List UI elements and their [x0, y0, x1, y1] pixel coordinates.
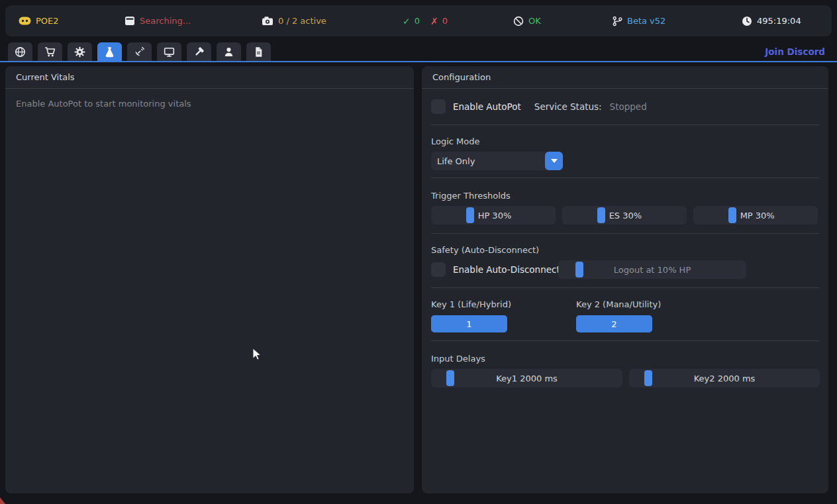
- logout-hp-slider[interactable]: Logout at 10% HP: [558, 260, 746, 279]
- gear-icon: [74, 46, 85, 58]
- hp-threshold-slider[interactable]: HP 30%: [431, 206, 556, 225]
- trigger-thresholds-label: Trigger Thresholds: [431, 191, 511, 201]
- auto-disconnect-label: Enable Auto-Disconnect: [453, 264, 560, 275]
- tab-display[interactable]: [157, 42, 181, 61]
- configuration-panel: Configuration Enable AutoPot Service Sta…: [422, 66, 828, 493]
- configuration-panel-title: Configuration: [422, 66, 828, 89]
- success-fail-counters: ✓ 0 ✗ 0: [403, 5, 448, 36]
- git-branch-icon: [613, 16, 622, 26]
- divider: [431, 340, 819, 341]
- divider: [431, 287, 819, 288]
- app-status: POE2: [19, 5, 59, 36]
- clock-icon: [742, 16, 752, 26]
- tab-settings[interactable]: [68, 42, 92, 61]
- tab-shop[interactable]: [38, 42, 62, 61]
- divider: [431, 177, 819, 178]
- logic-mode-value: Life Only: [431, 156, 545, 166]
- clients-active-status: 0 / 2 active: [262, 5, 326, 36]
- health-status-text: OK: [528, 16, 541, 26]
- join-discord-link[interactable]: Join Discord: [765, 46, 825, 57]
- window-search-status: Searching...: [124, 5, 191, 36]
- mp-threshold-slider[interactable]: MP 30%: [693, 206, 818, 225]
- corner-indicator: [0, 497, 5, 504]
- logic-mode-label: Logic Mode: [431, 136, 480, 146]
- current-vitals-panel: Current Vitals Enable AutoPot to start m…: [5, 66, 414, 493]
- flask-icon: [104, 46, 115, 58]
- mp-threshold-value: MP 30%: [740, 211, 775, 221]
- tab-autopot[interactable]: [97, 42, 122, 61]
- globe-icon: [15, 46, 26, 58]
- success-counter: ✓ 0: [403, 16, 420, 26]
- vitals-empty-message: Enable AutoPot to start monitoring vital…: [16, 99, 191, 109]
- enable-autopot-checkbox[interactable]: [431, 99, 446, 114]
- tab-overview[interactable]: [8, 42, 32, 61]
- es-threshold-handle[interactable]: [597, 207, 605, 223]
- monitor-icon: [164, 46, 175, 58]
- key1-delay-value: Key1 2000 ms: [431, 369, 622, 387]
- key2-label: Key 2 (Mana/Utility): [576, 299, 661, 309]
- input-delays-label: Input Delays: [431, 354, 485, 364]
- hp-threshold-handle-group: HP 30%: [466, 206, 512, 225]
- mp-threshold-handle[interactable]: [728, 207, 736, 223]
- fail-counter: ✗ 0: [430, 16, 448, 26]
- hammer-icon: [193, 46, 205, 58]
- hp-threshold-handle[interactable]: [466, 207, 474, 223]
- window-icon: [124, 16, 135, 26]
- camera-icon: [262, 16, 273, 26]
- person-icon: [223, 46, 234, 58]
- cart-icon: [44, 46, 56, 58]
- logic-mode-select[interactable]: Life Only: [431, 152, 563, 170]
- hp-threshold-value: HP 30%: [478, 211, 512, 221]
- uptime-text: 495:19:04: [757, 16, 801, 26]
- tab-network[interactable]: [127, 42, 152, 61]
- version-status: Beta v52: [613, 5, 665, 36]
- version-text: Beta v52: [627, 16, 665, 26]
- fail-count: 0: [442, 16, 448, 26]
- uptime-status: 495:19:04: [742, 5, 801, 36]
- document-icon: [253, 46, 264, 58]
- health-status: OK: [513, 5, 541, 36]
- mask-icon: [19, 16, 31, 26]
- auto-disconnect-checkbox[interactable]: [431, 262, 446, 277]
- key1-label: Key 1 (Life/Hybrid): [431, 299, 511, 309]
- service-status-value: Stopped: [610, 101, 647, 112]
- service-status-label: Service Status:: [534, 101, 602, 112]
- mp-threshold-handle-group: MP 30%: [728, 206, 775, 225]
- success-count: 0: [415, 16, 420, 26]
- tab-account[interactable]: [217, 42, 241, 61]
- enable-autopot-label: Enable AutoPot: [453, 101, 521, 112]
- divider: [431, 125, 819, 125]
- key2-bind-button[interactable]: 2: [576, 315, 652, 332]
- es-threshold-handle-group: ES 30%: [597, 206, 642, 225]
- cross-icon: ✗: [430, 16, 438, 26]
- key2-delay-value: Key2 2000 ms: [629, 369, 820, 387]
- key1-delay-slider[interactable]: Key1 2000 ms: [431, 369, 622, 387]
- status-bar: POE2 Searching... 0 / 2 active ✓ 0 ✗ 0: [5, 5, 832, 36]
- app-name: POE2: [36, 16, 59, 26]
- es-threshold-slider[interactable]: ES 30%: [562, 206, 687, 225]
- tab-bar: Join Discord: [0, 42, 837, 62]
- satellite-icon: [134, 46, 145, 58]
- divider: [431, 233, 819, 234]
- safety-section-label: Safety (Auto-Disconnect): [431, 245, 539, 255]
- logic-mode-dropdown-button[interactable]: [545, 152, 563, 170]
- clients-active-text: 0 / 2 active: [278, 16, 326, 26]
- check-icon: ✓: [403, 16, 411, 26]
- tab-logs[interactable]: [246, 42, 271, 61]
- es-threshold-value: ES 30%: [609, 211, 642, 221]
- key2-delay-slider[interactable]: Key2 2000 ms: [629, 369, 820, 387]
- no-entry-icon: [513, 16, 524, 26]
- tab-tools[interactable]: [187, 42, 211, 61]
- logout-hp-value: Logout at 10% HP: [558, 260, 746, 279]
- window-status-text: Searching...: [140, 16, 191, 26]
- chevron-down-icon: [551, 159, 558, 163]
- key1-bind-button[interactable]: 1: [431, 315, 507, 332]
- enable-autopot-row: Enable AutoPot Service Status: Stopped: [431, 97, 647, 116]
- auto-disconnect-row: Enable Auto-Disconnect: [431, 260, 560, 279]
- vitals-panel-title: Current Vitals: [5, 66, 414, 89]
